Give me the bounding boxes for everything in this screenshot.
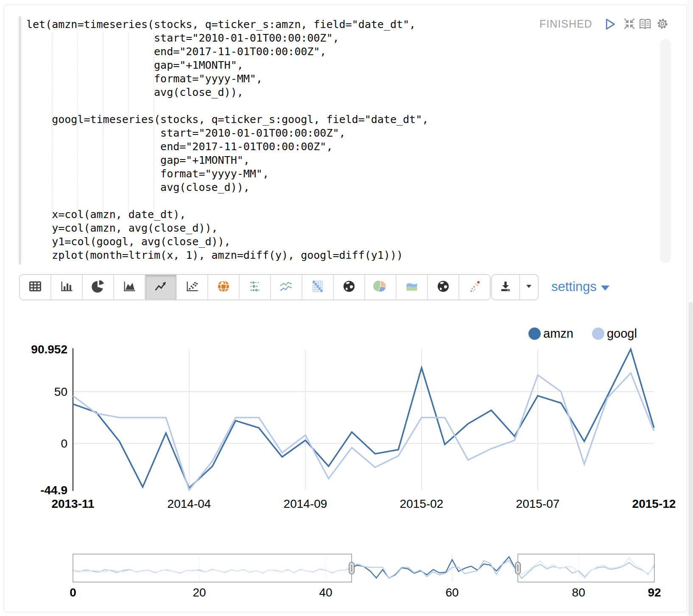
globe-orange-button[interactable] [208,275,240,300]
code-line: y=col(amzn, avg(close_d)), [26,221,428,235]
scatter-color-icon [467,279,482,295]
indent-guide-line [103,32,103,219]
download-button[interactable] [492,275,520,300]
code-line: zplot(month=ltrim(x, 1), amzn=diff(y), g… [26,249,428,262]
heatmap-button[interactable] [302,275,334,300]
context-x-tick-label: 0 [70,586,76,599]
code-line: avg(close_d)), [26,181,428,194]
code-line: x=col(amzn, date_dt), [26,208,428,221]
globe-dark-icon [342,279,356,295]
code-line: format="yyyy-MM", [26,167,428,181]
dot-matrix-button[interactable] [240,275,271,300]
gear-icon[interactable] [656,17,670,31]
pie-chart-icon [91,279,105,295]
y-tick-label: 0 [61,437,67,450]
y-tick-label: -44.9 [40,484,67,497]
editor-gutter [19,16,21,265]
paragraph-status: FINISHED [539,18,592,30]
multi-line-chart-icon [279,279,293,295]
pie-color-icon [373,279,388,295]
table-icon [28,279,42,295]
settings-button[interactable]: settings [551,279,609,294]
code-line [26,194,428,208]
bar-chart-icon [59,279,74,295]
caret-down-icon [523,281,534,294]
stream-area-button[interactable] [397,275,428,300]
x-tick-label: 2013-11 [51,497,94,510]
code-line: format="yyyy-MM", [26,72,428,86]
y-tick-label: 50 [54,385,67,398]
scatter-color-button[interactable] [459,275,490,300]
globe-dark-icon [436,279,450,295]
play-icon[interactable] [602,17,617,31]
code-line: let(amzn=timeseries(stocks, q=ticker_s:a… [26,18,428,31]
indent-guide-line [52,32,53,219]
scatter-chart-icon [185,279,199,295]
code-line: avg(close_d)), [26,86,428,99]
context-brush-chart: 02040608092 [0,543,693,607]
x-tick-label: 2015-02 [400,497,444,510]
scatter-chart-button[interactable] [177,275,208,300]
code-line: end="2017-11-01T00:00:00Z", [26,140,428,154]
minimize-icon[interactable] [623,17,637,31]
line-chart-icon [154,279,168,295]
download-options-button[interactable] [520,275,538,300]
indent-guide-line [77,32,78,219]
pie-color-button[interactable] [365,275,397,300]
brush-mask [518,554,654,582]
code-line: gap="+1MONTH", [26,154,428,167]
book-icon[interactable] [638,17,652,31]
x-tick-label: 2014-04 [168,497,211,510]
table-button[interactable] [20,275,51,300]
bar-chart-button[interactable] [51,275,83,300]
pie-chart-button[interactable] [83,275,114,300]
series-line-googl[interactable] [73,373,654,490]
context-x-tick-label: 40 [319,586,333,599]
code-line: start="2010-01-01T00:00:00Z", [26,126,428,140]
code-editor[interactable]: let(amzn=timeseries(stocks, q=ticker_s:a… [26,18,428,262]
download-icon [499,280,512,295]
download-split-button [491,274,539,300]
code-line: y1=col(googl, avg(close_d)), [26,235,428,249]
indent-guide-line [128,32,129,219]
context-x-tick-label: 60 [446,586,459,599]
page-scrollbar-thumb[interactable] [689,302,693,616]
brush-mask [73,554,352,582]
code-line: end="2017-11-01T00:00:00Z", [26,45,428,59]
brush-selection[interactable] [352,554,518,582]
dot-matrix-icon [248,279,262,295]
code-line: start="2010-01-01T00:00:00Z", [26,31,428,45]
context-x-tick-label: 20 [193,586,206,599]
focus-line-chart: 90.952500-44.92013-112014-042014-092015-… [0,314,693,513]
globe-dark-button[interactable] [334,275,365,300]
series-line-amzn[interactable] [73,349,654,488]
globe-dark-button[interactable] [428,275,459,300]
context-x-tick-label: 80 [572,586,585,599]
heatmap-icon [310,279,325,295]
code-line: gap="+1MONTH", [26,59,428,72]
stream-area-icon [405,279,419,295]
zeppelin-paragraph: let(amzn=timeseries(stocks, q=ticker_s:a… [0,0,693,616]
chart-type-toolbar [19,274,491,300]
line-chart-button[interactable] [145,275,177,300]
code-line [26,99,428,113]
multi-line-chart-button[interactable] [271,275,302,300]
code-line: googl=timeseries(stocks, q=ticker_s:goog… [26,113,428,126]
settings-caret-icon [601,286,609,291]
globe-orange-icon [216,279,231,295]
x-tick-label: 2014-09 [284,497,327,510]
y-tick-label: 90.952 [31,343,67,356]
indent-guide-line [154,32,154,219]
x-tick-label: 2015-07 [516,497,560,510]
settings-label: settings [551,279,597,294]
area-chart-icon [122,279,137,295]
area-chart-button[interactable] [114,275,145,300]
editor-scrollbar[interactable] [660,39,671,263]
context-x-tick-label: 92 [648,586,661,599]
x-tick-label: 2015-12 [632,497,676,510]
